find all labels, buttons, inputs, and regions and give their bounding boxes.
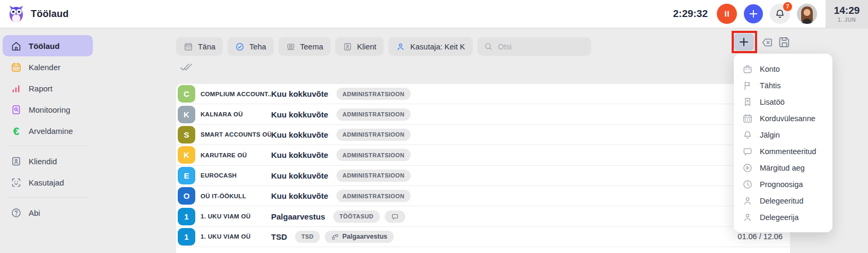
plus-icon — [748, 8, 759, 20]
menu-item-j-lgin[interactable]: Jälgin — [734, 126, 832, 143]
task-row[interactable]: 11. UKU VIAM OÜPalgaarvestusTÖÖTASUD — [176, 206, 790, 226]
person-icon — [742, 196, 753, 206]
task-row[interactable]: OOÜ IT-ÖÖKULLKuu kokkuvõteADMINISTRATSIO… — [176, 186, 790, 206]
sidebar-item-kalender[interactable]: Kalender — [3, 56, 93, 78]
clock-time: 14:29 — [834, 5, 860, 16]
floppy-icon — [778, 35, 791, 49]
menu-item-lisat[interactable]: Lisatöö — [734, 94, 832, 110]
sidebar-item-monitooring[interactable]: Monitooring — [3, 99, 93, 120]
menu-item-m-rgitud-aeg[interactable]: Märgitud aeg — [734, 159, 832, 176]
filter-button-klient[interactable]: Klient — [335, 37, 384, 56]
task-list: CCOMPLIUM ACCOUNT...Kuu kokkuvõteADMINIS… — [176, 84, 790, 253]
badge-label: TÖÖTASUD — [340, 213, 374, 220]
clock-date: 1. JUN — [838, 17, 856, 23]
task-row[interactable]: CCOMPLIUM ACCOUNT...Kuu kokkuvõteADMINIS… — [176, 84, 790, 104]
comment-badge — [385, 210, 405, 223]
filter-button-kasutaja-keit-k[interactable]: Kasutaja: Keit K — [388, 37, 472, 56]
bookmark-plus-icon — [742, 97, 753, 107]
help-icon — [11, 207, 22, 218]
task-badges: ADMINISTRATSIOON — [336, 190, 411, 202]
id-card-icon — [343, 42, 352, 52]
sidebar-item-arveldamine[interactable]: €Arveldamine — [3, 120, 93, 141]
task-tag-badge: ADMINISTRATSIOON — [336, 108, 411, 121]
page-title: Töölaud — [31, 9, 68, 20]
task-tag-badge: ADMINISTRATSIOON — [336, 170, 411, 182]
task-row[interactable]: SSMART ACCOUNTS OÜKuu kokkuvõteADMINISTR… — [176, 125, 790, 145]
menu-item-t-htis[interactable]: Tähtis — [734, 77, 832, 94]
sidebar-item-kliendid[interactable]: Kliendid — [3, 150, 93, 172]
filter-button-teema[interactable]: Teema — [279, 37, 331, 56]
timer-display: 2:29:32 — [673, 8, 708, 20]
add-filter-button[interactable] — [734, 33, 754, 50]
filter-button-label: Täna — [198, 43, 215, 51]
save-view-button[interactable] — [778, 35, 791, 49]
comment-icon — [742, 146, 753, 157]
client-name: 1. UKU VIAM OÜ — [201, 233, 271, 240]
menu-item-label: Märgitud aeg — [760, 164, 805, 172]
task-row[interactable]: 11. UKU VIAM OÜTSDTSDPalgaarvestus01.06 … — [176, 227, 790, 247]
topbar: Töölaud 2:29:32 7 — [0, 0, 868, 28]
pause-timer-button[interactable] — [717, 4, 737, 24]
flag-icon — [742, 80, 753, 91]
client-avatar: 1 — [178, 208, 195, 225]
task-title: Palgaarvestus — [271, 212, 325, 221]
task-title: TSD — [271, 232, 287, 241]
badge-label: ADMINISTRATSIOON — [343, 193, 405, 199]
euro-icon: € — [11, 125, 22, 137]
search-input[interactable] — [497, 42, 585, 52]
sidebar-item-kasutajad[interactable]: Kasutajad — [3, 172, 93, 193]
client-name: COMPLIUM ACCOUNT... — [201, 91, 271, 97]
sidebar-item-label: Abi — [29, 208, 40, 217]
notifications-button[interactable]: 7 — [770, 4, 790, 24]
task-title: Kuu kokkuvõte — [271, 110, 328, 119]
add-new-button[interactable] — [744, 4, 763, 23]
badge-label: TSD — [301, 233, 314, 240]
app-window: Töölaud 2:29:32 7 — [0, 0, 868, 253]
task-title: Kuu kokkuvõte — [271, 89, 328, 98]
sidebar-item-abi[interactable]: Abi — [3, 202, 93, 223]
menu-item-konto[interactable]: Konto — [734, 61, 832, 77]
sidebar: TöölaudKalenderRaportMonitooring€Arvelda… — [0, 35, 96, 223]
bell-icon — [742, 130, 753, 140]
task-row[interactable]: KKALNARA OÜKuu kokkuvõteADMINISTRATSIOON — [176, 104, 790, 124]
filter-button-teha[interactable]: Teha — [228, 37, 273, 56]
menu-item-label: Korduvülesanne — [760, 114, 815, 123]
menu-item-delegeerija[interactable]: Delegeerija — [734, 209, 832, 225]
sidebar-item-label: Kliendid — [29, 157, 57, 166]
client-name: OÜ IT-ÖÖKULL — [201, 193, 271, 199]
filter-button-label: Kasutaja: Keit K — [410, 43, 465, 51]
link-icon — [331, 233, 339, 241]
sidebar-item-raport[interactable]: Raport — [3, 78, 93, 99]
task-tag-badge: ADMINISTRATSIOON — [336, 149, 411, 161]
filter-button-t-na[interactable]: Täna — [176, 37, 223, 56]
task-row[interactable]: KKARUTARE OÜKuu kokkuvõteADMINISTRATSIOO… — [176, 145, 790, 165]
sidebar-item-label: Arveldamine — [29, 126, 73, 136]
owl-logo-icon — [8, 5, 24, 23]
task-title: Kuu kokkuvõte — [271, 130, 328, 139]
user-avatar[interactable] — [797, 4, 817, 24]
menu-item-prognoosiga[interactable]: Prognoosiga — [734, 176, 832, 192]
menu-item-delegeeritud[interactable]: Delegeeritud — [734, 192, 832, 209]
double-check-icon[interactable] — [178, 61, 193, 73]
task-date-range: 01.06 / 12.06 — [737, 232, 783, 241]
sidebar-item-t-laud[interactable]: Töölaud — [3, 35, 93, 56]
badge-label: ADMINISTRATSIOON — [343, 152, 405, 158]
task-tag-badge: ADMINISTRATSIOON — [336, 129, 411, 141]
task-tag-badge: Palgaarvestus — [325, 231, 394, 243]
task-title: Kuu kokkuvõte — [271, 191, 328, 200]
menu-item-korduv-lesanne[interactable]: Korduvülesanne — [734, 110, 832, 126]
task-row[interactable]: EEUROCASHKuu kokkuvõteADMINISTRATSIOON — [176, 166, 790, 186]
task-badges: TÖÖTASUD — [333, 210, 405, 223]
calendar-icon — [11, 62, 22, 73]
task-title: Kuu kokkuvõte — [271, 150, 328, 159]
task-badges: TSDPalgaarvestus — [295, 231, 394, 243]
person-icon — [742, 212, 753, 223]
clear-filters-button[interactable] — [760, 37, 774, 48]
clock-panel: 14:29 1. JUN — [826, 0, 868, 28]
task-badges: ADMINISTRATSIOON — [336, 129, 411, 141]
search-icon — [484, 42, 493, 51]
menu-item-kommenteeritud[interactable]: Kommenteeritud — [734, 143, 832, 159]
client-avatar: K — [178, 146, 195, 164]
person-icon — [396, 42, 405, 52]
client-name: SMART ACCOUNTS OÜ — [201, 131, 271, 138]
